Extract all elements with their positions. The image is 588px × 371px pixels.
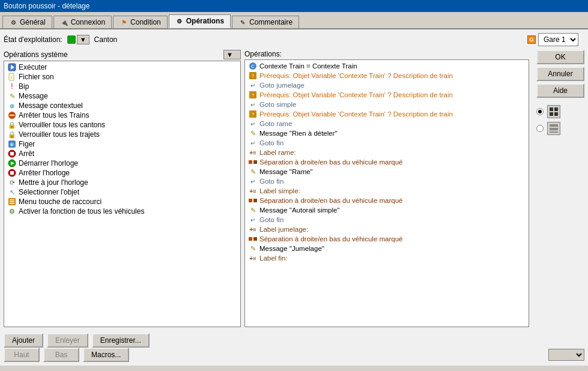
radio-option-2[interactable] xyxy=(536,125,544,132)
goto-icon: ↵ xyxy=(249,139,257,147)
list-item[interactable]: ⟳ Mettre à jour l'horloge xyxy=(5,178,239,187)
op-item[interactable]: ↵ Goto fin xyxy=(246,176,527,186)
context-icon: C xyxy=(249,62,257,70)
op-item[interactable]: ? Prérequis: Objet Variable 'Contexte Tr… xyxy=(246,71,527,80)
left-panel-dropdown[interactable]: ▼ xyxy=(223,50,241,59)
cog-icon: ⚙ xyxy=(175,17,184,25)
annuler-button[interactable]: Annuler xyxy=(536,67,584,81)
list-item[interactable]: ❄ Figer xyxy=(5,139,239,149)
sep-icon xyxy=(249,158,257,166)
goto-icon: ↵ xyxy=(249,119,257,128)
bas-button[interactable]: Bas xyxy=(43,348,79,362)
prereq-icon: ? xyxy=(249,110,257,118)
label-icon: +≡ xyxy=(249,148,257,157)
op-item[interactable]: Séparation à droite/en bas du véhicule m… xyxy=(246,196,527,205)
label-icon: +≡ xyxy=(249,254,257,262)
state-label: État d'exploitation: xyxy=(4,35,62,44)
op-item[interactable]: Séparation à droite/en bas du véhicule m… xyxy=(246,234,527,244)
op-item[interactable]: ✎ Message "Jumelage" xyxy=(246,244,527,253)
op-item[interactable]: ✎ Message "Autorail simple" xyxy=(246,205,527,215)
op-item[interactable]: +≡ Label fin: xyxy=(246,253,527,263)
haut-button[interactable]: Haut xyxy=(4,348,40,362)
list-item[interactable]: Exécuter xyxy=(5,62,239,72)
gare-dropdown[interactable]: Gare 1 xyxy=(538,33,578,46)
list-item[interactable]: ⚙ Activer la fonction de tous les véhicu… xyxy=(5,207,239,216)
ok-button[interactable]: OK xyxy=(536,50,584,64)
top-row: État d'exploitation: ▼ Canton G Gare 1 xyxy=(4,33,584,46)
op-item[interactable]: +≡ Label jumelage: xyxy=(246,225,527,234)
tab-operations[interactable]: ⚙ Opérations xyxy=(169,14,231,28)
right-panel-list[interactable]: C Contexte Train = Contexte Train ? Prér… xyxy=(244,59,529,327)
enregistrer-button[interactable]: Enregistrer... xyxy=(92,333,150,348)
bottom-dropdown[interactable] xyxy=(548,349,584,361)
bottom-right xyxy=(548,348,584,362)
radio-option-1[interactable] xyxy=(536,108,544,115)
left-panel-list[interactable]: Exécuter ♪ Fichier son ! Bip ✎ Mess xyxy=(4,61,241,327)
op-item[interactable]: ↵ Goto fin xyxy=(246,215,527,225)
ajouter-button[interactable]: Ajouter xyxy=(4,333,43,348)
enlever-button[interactable]: Enleyer xyxy=(47,333,88,348)
radio-row-1 xyxy=(536,105,584,118)
right-panel-header: Opérations: xyxy=(244,50,529,58)
stop-icon xyxy=(8,149,16,158)
svg-text:?: ? xyxy=(252,73,255,79)
svg-rect-26 xyxy=(249,160,252,164)
list-item[interactable]: Arrêt xyxy=(5,149,239,158)
gear-icon: ⚙ xyxy=(9,18,17,26)
list-item[interactable]: ! Bip xyxy=(5,82,239,91)
list-item[interactable]: Arrêter l'horloge xyxy=(5,168,239,178)
svg-rect-37 xyxy=(550,128,558,130)
macros-button[interactable]: Macros... xyxy=(83,348,129,362)
svg-rect-34 xyxy=(550,112,553,116)
list-item[interactable]: Arrêter tous les Trains xyxy=(5,110,239,120)
op-item[interactable]: Séparation à droite/en bas du véhicule m… xyxy=(246,157,527,167)
op-item[interactable]: ↵ Goto fin xyxy=(246,138,527,148)
svg-text:❄: ❄ xyxy=(10,142,14,148)
lock-cantons-icon: 🔒 xyxy=(8,121,16,129)
prereq-icon: ? xyxy=(249,91,257,99)
op-item[interactable]: ↵ Goto simple xyxy=(246,100,527,109)
svg-rect-38 xyxy=(550,131,558,133)
message-icon: ✎ xyxy=(249,129,257,137)
op-item[interactable]: ✎ Message "Rame" xyxy=(246,167,527,176)
list-item[interactable]: ⊕ Message contextuel xyxy=(5,101,239,110)
activate-icon: ⚙ xyxy=(8,207,16,216)
op-item[interactable]: +≡ Label rame: xyxy=(246,148,527,157)
canton-label: Canton xyxy=(94,35,118,44)
tab-general[interactable]: ⚙ Général xyxy=(2,16,52,28)
svg-rect-27 xyxy=(253,160,257,164)
op-item[interactable]: ✎ Message "Rien à dételer" xyxy=(246,128,527,138)
tab-condition[interactable]: ⚑ Condition xyxy=(113,16,168,28)
green-dot xyxy=(67,35,76,44)
op-item[interactable]: C Contexte Train = Contexte Train xyxy=(246,61,527,71)
aide-button[interactable]: Aide xyxy=(536,83,584,98)
op-item[interactable]: ↵ Goto jumelage xyxy=(246,80,527,90)
list-item[interactable]: Démarrer l'horloge xyxy=(5,158,239,168)
list-item[interactable]: Menu touche de raccourci xyxy=(5,197,239,207)
state-dropdown-btn[interactable]: ▼ xyxy=(77,35,89,44)
lock-trajets-icon: 🔒 xyxy=(8,130,16,139)
goto-icon: ↵ xyxy=(249,177,257,186)
op-item[interactable]: ↵ Goto rame xyxy=(246,119,527,128)
tab-commentaire[interactable]: ✎ Commentaire xyxy=(232,16,299,28)
list-item[interactable]: ♪ Fichier son xyxy=(5,72,239,82)
gare-select: G Gare 1 xyxy=(527,33,578,46)
list-item[interactable]: 🔒 Verrouiller tous les trajets xyxy=(5,130,239,139)
start-clock-icon xyxy=(8,159,16,167)
select-icon: ↖ xyxy=(8,188,16,196)
svg-rect-30 xyxy=(249,237,252,241)
left-panel: Opérations système ▼ Exécuter ♪ Fichier … xyxy=(4,50,241,327)
radio-group xyxy=(536,105,584,135)
list-item[interactable]: ✎ Message xyxy=(5,91,239,101)
stop-trains-icon xyxy=(8,111,16,119)
right-panel-title: Opérations: xyxy=(244,50,282,58)
svg-rect-35 xyxy=(554,112,558,116)
grid-icon-1 xyxy=(547,105,560,118)
tab-connexion[interactable]: 🔌 Connexion xyxy=(53,16,112,28)
op-item[interactable]: ? Prérequis: Objet Variable 'Contexte Tr… xyxy=(246,90,527,100)
op-item[interactable]: +≡ Label simple: xyxy=(246,186,527,196)
list-item[interactable]: ↖ Sélectionner l'objet xyxy=(5,187,239,197)
svg-text:?: ? xyxy=(252,112,255,117)
list-item[interactable]: 🔒 Verrouiller tous les cantons xyxy=(5,120,239,130)
op-item[interactable]: ? Prérequis: Objet Variable 'Contexte Tr… xyxy=(246,109,527,119)
